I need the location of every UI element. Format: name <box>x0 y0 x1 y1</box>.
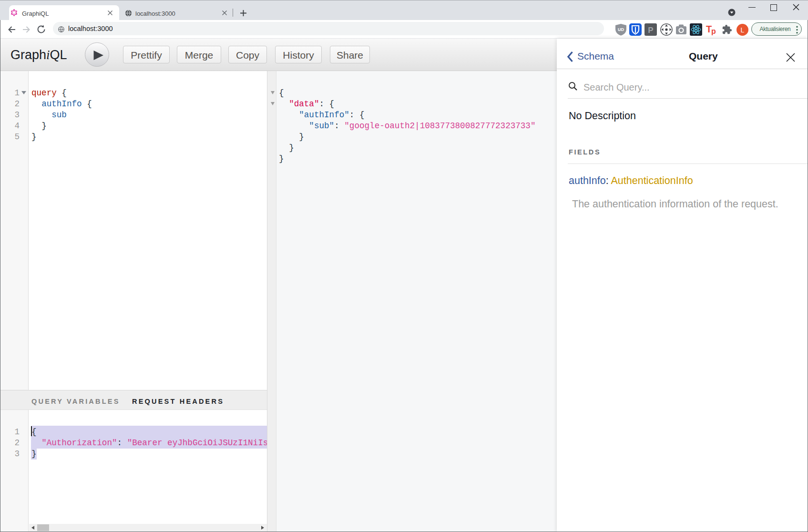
svg-text:P: P <box>648 26 653 35</box>
svg-text:UD: UD <box>618 27 624 32</box>
svg-text:p: p <box>711 27 716 35</box>
svg-text:L: L <box>741 26 745 34</box>
